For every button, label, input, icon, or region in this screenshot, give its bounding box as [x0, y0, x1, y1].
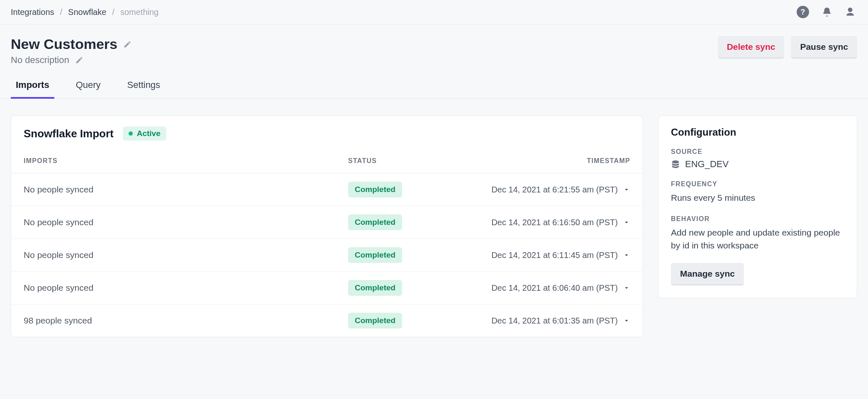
row-imports: No people synced	[24, 217, 348, 227]
config-panel: Configuration SOURCE ENG_DEV FREQUENCY R…	[658, 115, 857, 298]
table-row: 98 people synced Completed Dec 14, 2021 …	[11, 304, 643, 337]
row-imports: 98 people synced	[24, 316, 348, 326]
chevron-down-icon	[623, 251, 630, 259]
topbar-icons: ?	[797, 6, 857, 18]
edit-description-icon[interactable]	[75, 56, 83, 64]
database-icon	[671, 160, 680, 169]
table-header: IMPORTS STATUS TIMESTAMP	[11, 153, 643, 173]
row-imports: No people synced	[24, 250, 348, 260]
breadcrumb-integrations[interactable]: Integrations	[11, 7, 54, 17]
row-imports: No people synced	[24, 283, 348, 293]
row-timestamp-toggle[interactable]: Dec 14, 2021 at 6:11:45 am (PST)	[439, 251, 630, 260]
row-status: Completed	[348, 182, 402, 197]
breadcrumb-snowflake[interactable]: Snowflake	[68, 7, 106, 17]
table-row: No people synced Completed Dec 14, 2021 …	[11, 206, 643, 239]
breadcrumb-current: something	[120, 7, 158, 17]
content: Snowflake Import Active IMPORTS STATUS T…	[0, 99, 868, 337]
col-timestamp: TIMESTAMP	[439, 157, 630, 165]
status-dot-icon	[129, 131, 133, 136]
tab-settings[interactable]: Settings	[122, 80, 166, 99]
config-source-label: SOURCE	[671, 148, 844, 156]
row-status: Completed	[348, 313, 402, 328]
user-icon[interactable]	[845, 7, 856, 17]
tabs: Imports Query Settings	[0, 66, 868, 99]
status-badge: Active	[123, 127, 166, 141]
imports-panel: Snowflake Import Active IMPORTS STATUS T…	[11, 115, 643, 337]
tab-imports[interactable]: Imports	[11, 80, 54, 99]
breadcrumb-separator: /	[60, 7, 63, 17]
row-imports: No people synced	[24, 185, 348, 195]
page-description: No description	[11, 55, 132, 66]
config-source-value: ENG_DEV	[685, 159, 729, 170]
chevron-down-icon	[623, 219, 630, 226]
row-timestamp: Dec 14, 2021 at 6:16:50 am (PST)	[491, 218, 618, 227]
chevron-down-icon	[623, 317, 630, 324]
row-timestamp-toggle[interactable]: Dec 14, 2021 at 6:01:35 am (PST)	[439, 316, 630, 326]
help-icon[interactable]: ?	[797, 6, 809, 18]
row-status: Completed	[348, 214, 402, 230]
page-description-text: No description	[11, 55, 69, 66]
edit-title-icon[interactable]	[123, 40, 132, 49]
config-title: Configuration	[671, 127, 844, 138]
config-frequency-value: Runs every 5 minutes	[671, 191, 844, 204]
manage-sync-button[interactable]: Manage sync	[671, 263, 744, 285]
table-row: No people synced Completed Dec 14, 2021 …	[11, 272, 643, 304]
topbar: Integrations / Snowflake / something ?	[0, 0, 868, 24]
row-timestamp: Dec 14, 2021 at 6:06:40 am (PST)	[491, 283, 618, 293]
row-timestamp-toggle[interactable]: Dec 14, 2021 at 6:21:55 am (PST)	[439, 185, 630, 195]
row-timestamp-toggle[interactable]: Dec 14, 2021 at 6:16:50 am (PST)	[439, 218, 630, 227]
bell-icon[interactable]	[822, 7, 832, 17]
page-title-text: New Customers	[11, 36, 117, 52]
imports-panel-title: Snowflake Import	[24, 127, 114, 140]
page-header: New Customers No description Delete sync…	[0, 24, 868, 66]
chevron-down-icon	[623, 284, 630, 292]
pause-sync-button[interactable]: Pause sync	[791, 36, 857, 58]
config-behavior-value: Add new people and update existing peopl…	[671, 226, 844, 252]
status-badge-text: Active	[137, 129, 161, 138]
table-row: No people synced Completed Dec 14, 2021 …	[11, 239, 643, 272]
col-status: STATUS	[348, 157, 439, 165]
row-status: Completed	[348, 280, 402, 296]
row-timestamp: Dec 14, 2021 at 6:11:45 am (PST)	[491, 251, 618, 260]
page-title: New Customers	[11, 36, 132, 52]
col-imports: IMPORTS	[24, 157, 348, 165]
row-timestamp: Dec 14, 2021 at 6:01:35 am (PST)	[491, 316, 618, 326]
tab-query[interactable]: Query	[71, 80, 106, 99]
breadcrumb: Integrations / Snowflake / something	[11, 7, 158, 17]
chevron-down-icon	[623, 186, 630, 193]
row-timestamp: Dec 14, 2021 at 6:21:55 am (PST)	[491, 185, 618, 195]
table-row: No people synced Completed Dec 14, 2021 …	[11, 173, 643, 206]
config-frequency-label: FREQUENCY	[671, 180, 844, 188]
breadcrumb-separator: /	[112, 7, 115, 17]
header-actions: Delete sync Pause sync	[718, 36, 857, 58]
delete-sync-button[interactable]: Delete sync	[718, 36, 785, 58]
row-status: Completed	[348, 247, 402, 263]
row-timestamp-toggle[interactable]: Dec 14, 2021 at 6:06:40 am (PST)	[439, 283, 630, 293]
config-behavior-label: BEHAVIOR	[671, 215, 844, 223]
